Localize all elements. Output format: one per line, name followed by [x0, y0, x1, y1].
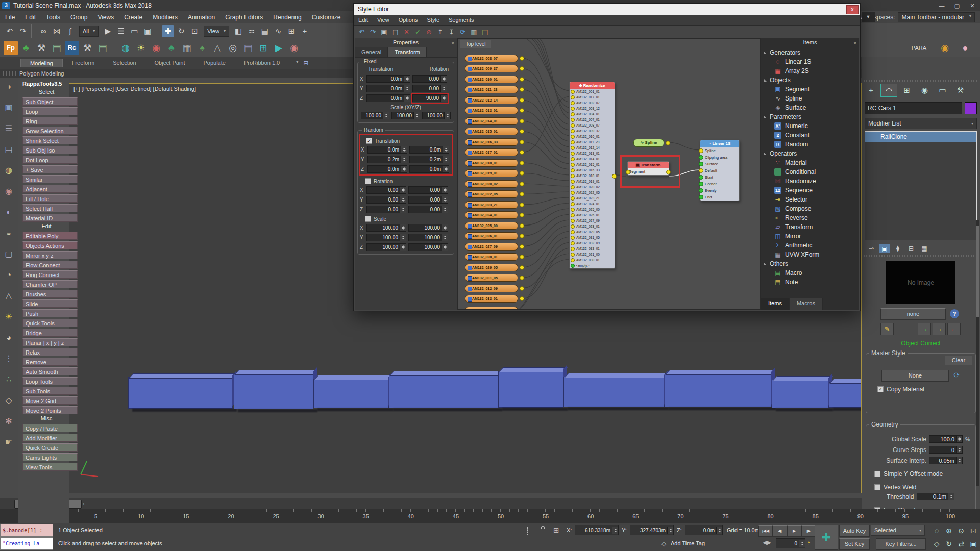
spline-node[interactable]: ∿ Spline	[633, 139, 670, 147]
random-scale-max-y[interactable]: 100.00	[408, 234, 448, 241]
menu-item-animation[interactable]: Animation	[183, 14, 220, 21]
ribbon-pin-icon[interactable]: ⊟	[303, 60, 308, 67]
note-icon[interactable]: ▢	[3, 248, 15, 260]
snap-toggle-icon[interactable]: ≍	[246, 25, 258, 37]
output-socket[interactable]	[520, 192, 524, 196]
item-conditional[interactable]: =Conditional	[761, 167, 859, 177]
output-socket[interactable]	[520, 161, 524, 165]
menu-item-graph-editors[interactable]: Graph Editors	[220, 14, 268, 21]
play-media-icon[interactable]: ▶	[272, 41, 286, 55]
torus-icon[interactable]: ◎	[226, 41, 240, 55]
selection-region-icon[interactable]	[527, 528, 528, 535]
items-group-operators[interactable]: Operators	[761, 149, 859, 158]
segment-node-am132-009-37[interactable]: AM132_009_37	[465, 65, 524, 73]
items-close-icon[interactable]: ✕	[853, 39, 857, 48]
segment-node-am132-016-33[interactable]: AM132_016_33	[465, 138, 524, 146]
se-delete-icon[interactable]: ✕	[402, 27, 411, 37]
ribbon-tab-freeform[interactable]: Freeform	[63, 59, 104, 67]
camera-tool-icon[interactable]: ◉	[3, 185, 15, 197]
forest-list-icon[interactable]: ▤	[50, 41, 64, 55]
style-map-button[interactable]: none	[880, 308, 946, 320]
random-rotation-max-x[interactable]: 0.00	[408, 186, 448, 194]
rect-region-icon[interactable]: ▭	[128, 25, 140, 37]
use-pivot-icon[interactable]: ◧	[232, 25, 244, 37]
segment-node-am132-029-05[interactable]: AM132_029_05	[465, 263, 524, 271]
item-macro[interactable]: ▤Macro	[761, 268, 859, 278]
segment-node-am132-031-05[interactable]: AM132_031_05	[465, 274, 524, 282]
random-translation-min-z[interactable]: 0.0m	[368, 165, 407, 173]
listener-icon[interactable]: ☰	[3, 122, 15, 135]
rappatools-button-relax[interactable]: Relax	[22, 348, 78, 356]
rappatools-button-sub-tools[interactable]: Sub Tools	[22, 387, 78, 395]
rc-tools-icon[interactable]: ⚒	[80, 41, 94, 55]
make-unique-icon[interactable]: ⧫	[892, 244, 903, 253]
mirror-icon[interactable]: ⊞	[285, 25, 298, 37]
surface-interp-field[interactable]: 0.05m	[929, 457, 963, 464]
random-translation-max-y[interactable]: 0.2m	[409, 156, 449, 163]
time-slider[interactable]: 0 / 100 ›	[0, 498, 862, 510]
scene-block[interactable]	[128, 377, 233, 409]
rappatools-button-grow-selection[interactable]: Grow Selection	[22, 127, 78, 135]
unlink-icon[interactable]: ⋈	[51, 25, 63, 37]
segment-node-am132-024-01[interactable]: AM132_024_01	[465, 211, 524, 219]
prev-key-icon[interactable]: ◀▶	[763, 539, 771, 546]
fixed-scale-0[interactable]: 100.00	[361, 112, 389, 119]
output-socket[interactable]	[520, 77, 524, 82]
ref-coord-dropdown[interactable]: View▾	[204, 26, 229, 37]
fixed-translation-x[interactable]: 0.0m	[366, 75, 410, 83]
viewport-label[interactable]: [+] [Perspective] [User Defined] [Defaul…	[74, 86, 196, 92]
random-translation-min-y[interactable]: -0.2m	[368, 156, 407, 163]
output-socket[interactable]	[520, 255, 524, 259]
panel-tab-motion[interactable]: ◉	[916, 84, 933, 97]
cone-icon[interactable]: △	[210, 41, 225, 55]
panel-tab-utilities[interactable]: ⚒	[952, 84, 969, 97]
panel-icon[interactable]: ▤	[3, 143, 15, 156]
modifier-stack[interactable]: RailClone	[865, 131, 977, 240]
segment-node-am132-028-01[interactable]: AM132_028_01	[465, 253, 524, 261]
rappatools-button-move-2-grid[interactable]: Move 2 Grid	[22, 396, 78, 405]
master-style-none-button[interactable]: None	[881, 370, 949, 382]
item-randomize[interactable]: ⚄Randomize	[761, 177, 859, 186]
hexagon-icon[interactable]: ●	[958, 41, 972, 55]
zoom-region-icon[interactable]: ⊡	[968, 525, 979, 536]
random-rotation-max-z[interactable]: 0.00	[408, 206, 448, 213]
se-menu-style[interactable]: Style	[423, 17, 444, 23]
forest-tools-icon[interactable]: ⚒	[34, 41, 48, 55]
item-material[interactable]: ∵Material	[761, 158, 859, 167]
maxscript-listener-line1[interactable]: $.banode[1] :	[0, 524, 53, 537]
object-name-field[interactable]: RC Cars 1	[865, 102, 962, 114]
output-socket[interactable]	[520, 56, 524, 61]
transform-output-socket[interactable]	[666, 170, 671, 174]
revert-style-button[interactable]: ←	[947, 323, 961, 335]
ribbon-caret-icon[interactable]: ▾	[296, 60, 298, 67]
segment-node-am132-025-00[interactable]: AM132_025_00	[465, 221, 524, 230]
ball-icon[interactable]: ◕	[3, 332, 15, 344]
orbit-icon[interactable]: ↻	[943, 539, 954, 549]
se-redo-icon[interactable]: ↷	[368, 27, 378, 37]
walk-through-icon[interactable]: ⇄	[955, 539, 967, 549]
rappatools-button-flow-connect[interactable]: Flow Connect	[22, 261, 78, 269]
segment-node-am132-010-01[interactable]: AM132_010_01	[465, 75, 524, 83]
sphere-tool-icon[interactable]: ◐	[3, 206, 15, 218]
output-socket[interactable]	[520, 296, 524, 301]
se-disable-icon[interactable]: ⊘	[424, 27, 434, 37]
item-compose[interactable]: ▧Compose	[761, 204, 859, 213]
menu-item-rendering[interactable]: Rendering	[268, 14, 306, 21]
tab-macros[interactable]: Macros	[790, 298, 823, 310]
zoom-icon[interactable]: ◌	[931, 525, 942, 536]
prev-frame-button[interactable]: ◀|	[773, 525, 787, 537]
scene-block[interactable]	[498, 371, 564, 408]
se-library-icon[interactable]: ▤	[480, 27, 490, 37]
random-rotation-max-y[interactable]: 0.00	[408, 196, 448, 204]
absolute-mode-icon[interactable]: ⊞	[553, 526, 559, 534]
output-socket[interactable]	[520, 276, 524, 280]
output-socket[interactable]	[520, 244, 524, 249]
menu-item-edit[interactable]: Edit	[20, 14, 41, 21]
x-coordinate-field[interactable]: -610.3318m	[575, 525, 619, 535]
configure-modifier-icon[interactable]: ▦	[919, 244, 930, 253]
rappatools-button-auto-smooth[interactable]: Auto Smooth	[22, 367, 78, 375]
randomize-node[interactable]: ◆ RandomizeAM132_001_01AM132_017_01AM132…	[569, 82, 615, 269]
items-group-others[interactable]: Others	[761, 259, 859, 268]
time-configuration-icon[interactable]: ◔	[806, 539, 811, 546]
dome-icon[interactable]: ◔	[3, 269, 15, 281]
